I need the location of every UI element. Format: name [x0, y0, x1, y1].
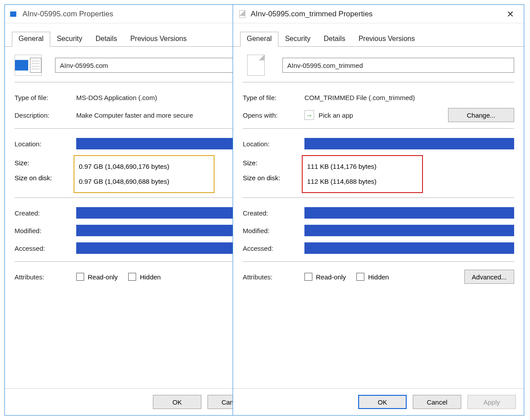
titlebar[interactable]: AInv-05995.com_trimmed Properties ✕ — [233, 5, 524, 23]
type-of-file-value: MS-DOS Application (.com) — [76, 94, 254, 101]
size-on-disk-label: Size on disk: — [15, 174, 72, 182]
modified-label: Modified: — [243, 227, 304, 234]
tab-security[interactable]: Security — [278, 32, 317, 47]
advanced-button[interactable]: Advanced... — [464, 270, 514, 284]
created-label: Created: — [243, 209, 304, 217]
filename-input[interactable] — [282, 58, 514, 73]
location-label: Location: — [243, 140, 304, 148]
hidden-checkbox[interactable] — [128, 273, 136, 281]
dialog-body: Type of file: MS-DOS Application (.com) … — [5, 47, 264, 388]
tab-strip: General Security Details Previous Versio… — [5, 23, 264, 47]
ok-button[interactable]: OK — [358, 395, 407, 409]
tab-security[interactable]: Security — [50, 32, 89, 47]
hidden-checkbox[interactable] — [356, 273, 364, 281]
created-label: Created: — [15, 209, 76, 217]
readonly-checkbox[interactable] — [76, 273, 84, 281]
properties-dialog-left: AInv-05995.com Properties General Securi… — [4, 4, 264, 416]
readonly-label: Read-only — [88, 273, 118, 281]
pick-app-icon: → — [304, 110, 314, 120]
accessed-label: Accessed: — [243, 245, 304, 252]
close-icon[interactable]: ✕ — [502, 7, 519, 21]
size-value: 0.97 GB (1,048,690,176 bytes) — [79, 163, 169, 170]
hidden-label: Hidden — [368, 273, 389, 281]
size-on-disk-value: 112 KB (114,688 bytes) — [307, 178, 377, 185]
titlebar[interactable]: AInv-05995.com Properties — [5, 5, 264, 23]
modified-value-redacted — [304, 225, 514, 236]
size-label: Size: — [15, 159, 72, 167]
window-title: AInv-05995.com Properties — [22, 10, 259, 19]
location-label: Location: — [15, 140, 76, 148]
dialog-footer: OK Cancel Apply — [233, 388, 524, 415]
size-on-disk-value: 0.97 GB (1,048,690,688 bytes) — [79, 178, 169, 185]
type-of-file-label: Type of file: — [15, 94, 76, 101]
tab-general[interactable]: General — [12, 32, 50, 47]
tab-general[interactable]: General — [240, 32, 278, 47]
file-icon — [238, 10, 246, 18]
size-value: 111 KB (114,176 bytes) — [307, 163, 377, 170]
window-title: AInv-05995.com_trimmed Properties — [251, 10, 502, 19]
created-value-redacted — [304, 207, 514, 219]
attributes-label: Attributes: — [15, 273, 76, 281]
location-value-redacted — [304, 138, 514, 149]
tab-previous-versions[interactable]: Previous Versions — [352, 32, 422, 47]
type-of-file-value: COM_TRIMMED File (.com_trimmed) — [304, 94, 514, 101]
hidden-label: Hidden — [140, 273, 161, 281]
description-value: Make Computer faster and more secure — [76, 112, 254, 119]
size-highlight-box: 0.97 GB (1,048,690,176 bytes) 0.97 GB (1… — [74, 155, 215, 193]
created-value-redacted — [76, 207, 254, 219]
app-icon — [10, 10, 18, 18]
filename-input[interactable] — [55, 58, 254, 73]
modified-label: Modified: — [15, 227, 76, 234]
dialog-body: Type of file: COM_TRIMMED File (.com_tri… — [233, 47, 524, 388]
properties-dialog-right: AInv-05995.com_trimmed Properties ✕ Gene… — [233, 4, 524, 416]
change-button[interactable]: Change... — [448, 108, 514, 122]
size-label: Size: — [243, 159, 300, 167]
opens-with-value: Pick an app — [319, 112, 353, 119]
tab-strip: General Security Details Previous Versio… — [233, 23, 524, 47]
readonly-label: Read-only — [316, 273, 346, 281]
readonly-checkbox[interactable] — [304, 273, 312, 281]
ok-button[interactable]: OK — [153, 395, 201, 409]
accessed-value-redacted — [76, 242, 254, 254]
size-on-disk-label: Size on disk: — [243, 174, 300, 182]
apply-button[interactable]: Apply — [467, 395, 516, 409]
dialog-footer: OK Cancel — [5, 388, 264, 415]
tab-details[interactable]: Details — [89, 32, 124, 47]
tab-previous-versions[interactable]: Previous Versions — [124, 32, 193, 47]
accessed-label: Accessed: — [15, 245, 76, 252]
opens-with-label: Opens with: — [243, 112, 304, 119]
tab-details[interactable]: Details — [317, 32, 352, 47]
type-of-file-label: Type of file: — [243, 94, 304, 101]
size-highlight-box: 111 KB (114,176 bytes) 112 KB (114,688 b… — [302, 155, 423, 193]
modified-value-redacted — [76, 225, 254, 236]
file-type-icon — [243, 55, 269, 76]
attributes-label: Attributes: — [243, 273, 304, 281]
cancel-button[interactable]: Cancel — [413, 395, 461, 409]
file-type-icon — [15, 55, 42, 76]
accessed-value-redacted — [304, 242, 514, 254]
description-label: Description: — [15, 112, 76, 119]
location-value-redacted — [76, 138, 254, 149]
